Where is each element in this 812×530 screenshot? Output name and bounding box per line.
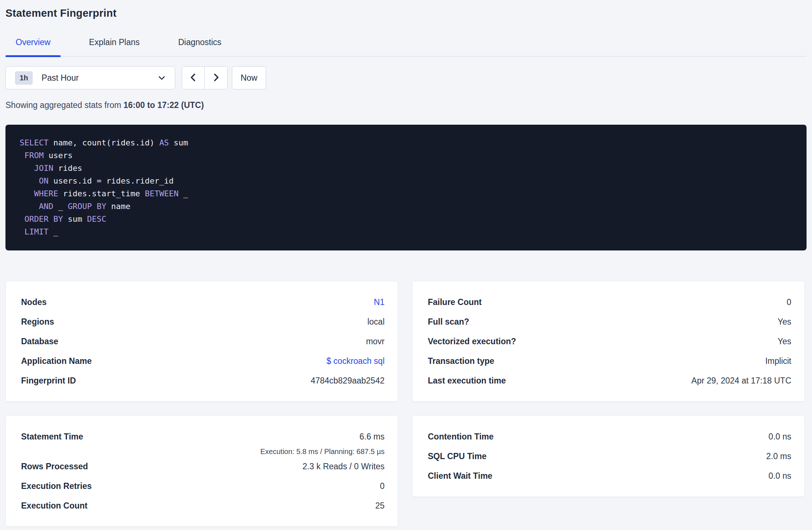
- stat-row: Execution Count25: [21, 496, 385, 515]
- stat-value: 0.0 ns: [768, 466, 791, 486]
- sql-text: [20, 151, 24, 160]
- sql-text: [20, 164, 34, 173]
- stat-value-column: 2.3 k Reads / 0 Writes: [302, 457, 385, 476]
- sql-text: rides: [53, 164, 82, 173]
- sql-text: [20, 176, 39, 185]
- stat-label: Fingerprint ID: [21, 371, 76, 390]
- aggregated-stats-caption: Showing aggregated stats from 16:00 to 1…: [5, 100, 807, 110]
- stat-value-column: 0: [787, 292, 791, 312]
- tab-overview[interactable]: Overview: [5, 37, 61, 56]
- caption-time-range: 16:00 to 17:22 (UTC): [124, 100, 204, 110]
- stat-row: Vectorized execution?Yes: [428, 332, 791, 351]
- stat-value-column: 2.0 ms: [766, 446, 791, 466]
- time-pager: [182, 66, 228, 89]
- sql-text: users: [44, 151, 72, 160]
- stats-cards: NodesN1RegionslocalDatabasemovrApplicati…: [5, 281, 807, 527]
- time-range-label: Past Hour: [41, 73, 79, 83]
- execution-attributes-card: Failure Count0Full scan?YesVectorized ex…: [412, 281, 805, 402]
- stat-value: 2.3 k Reads / 0 Writes: [302, 457, 385, 476]
- sql-text: [20, 227, 24, 236]
- sql-line: SELECT name, count(rides.id) AS sum: [20, 136, 796, 149]
- stat-label: Regions: [21, 312, 54, 332]
- stat-value: Implicit: [765, 351, 791, 371]
- sql-keyword: AS: [159, 138, 169, 147]
- chevron-down-icon: [157, 73, 166, 82]
- stat-value-link[interactable]: $ cockroach sql: [326, 351, 385, 371]
- page-title: Statement Fingerprint: [5, 7, 807, 19]
- tab-bar: Overview Explain Plans Diagnostics: [5, 37, 807, 57]
- sql-line: WHERE rides.start_time BETWEEN _: [20, 187, 796, 200]
- stat-value-column: $ cockroach sql: [326, 351, 385, 371]
- stat-subvalue: Execution: 5.8 ms / Planning: 687.5 µs: [260, 446, 385, 457]
- sql-keyword: DESC: [87, 214, 106, 224]
- stat-label: SQL CPU Time: [428, 446, 486, 466]
- stat-row: Failure Count0: [428, 292, 791, 312]
- stat-label: Nodes: [21, 292, 47, 312]
- sql-text: rides.start_time: [58, 189, 145, 198]
- stat-value-column: 0.0 ns: [768, 427, 791, 446]
- stat-value-column: Apr 29, 2024 at 17:18 UTC: [691, 371, 791, 390]
- stat-label: Rows Processed: [21, 457, 88, 476]
- stat-row: Transaction typeImplicit: [428, 351, 791, 371]
- statement-timing-card: Statement Time6.6 msExecution: 5.8 ms / …: [5, 415, 398, 527]
- stat-row: Rows Processed2.3 k Reads / 0 Writes: [21, 457, 385, 476]
- stat-row: SQL CPU Time2.0 ms: [428, 446, 791, 466]
- chevron-right-icon: [211, 73, 221, 83]
- stat-row: Databasemovr: [21, 332, 385, 351]
- tab-diagnostics[interactable]: Diagnostics: [168, 37, 232, 56]
- sql-line: LIMIT _: [20, 225, 796, 238]
- stat-value: 4784cb829aab2542: [311, 371, 385, 390]
- stat-value-column: 6.6 msExecution: 5.8 ms / Planning: 687.…: [260, 427, 385, 457]
- stat-value: Apr 29, 2024 at 17:18 UTC: [691, 371, 791, 390]
- sql-text: [20, 189, 34, 198]
- statement-details-card: NodesN1RegionslocalDatabasemovrApplicati…: [5, 281, 398, 402]
- sql-keyword: GROUP BY: [68, 202, 106, 211]
- stat-label: Application Name: [21, 351, 92, 371]
- sql-keyword: LIMIT: [24, 227, 48, 236]
- sql-line: FROM users: [20, 149, 796, 162]
- sql-text: _: [53, 202, 68, 211]
- sql-statement-box: SELECT name, count(rides.id) AS sum FROM…: [5, 125, 807, 250]
- stat-value: Yes: [777, 312, 791, 332]
- now-button[interactable]: Now: [232, 66, 266, 89]
- stat-row: Last execution timeApr 29, 2024 at 17:18…: [428, 371, 791, 390]
- prev-time-button[interactable]: [182, 67, 205, 89]
- stat-value-column: 25: [375, 496, 385, 515]
- stat-value-column: local: [367, 312, 385, 332]
- stat-value: movr: [366, 332, 385, 351]
- sql-text: [20, 214, 24, 224]
- stat-label: Transaction type: [428, 351, 494, 371]
- stat-label: Full scan?: [428, 312, 469, 332]
- sql-line: AND _ GROUP BY name: [20, 200, 796, 213]
- time-range-dropdown[interactable]: 1h Past Hour: [5, 66, 175, 89]
- stat-row: Full scan?Yes: [428, 312, 791, 332]
- stat-label: Database: [21, 332, 58, 351]
- next-time-button[interactable]: [205, 67, 227, 89]
- sql-keyword: BETWEEN: [145, 189, 178, 198]
- stat-value-link[interactable]: N1: [374, 292, 385, 312]
- stat-row: Application Name$ cockroach sql: [21, 351, 385, 371]
- sql-keyword: FROM: [24, 151, 44, 160]
- stat-value: 25: [375, 496, 385, 515]
- stat-value: 6.6 ms: [359, 427, 385, 446]
- caption-prefix: Showing aggregated stats from: [5, 100, 124, 110]
- tab-explain-plans[interactable]: Explain Plans: [79, 37, 150, 56]
- stat-row: NodesN1: [21, 292, 385, 312]
- sql-keyword: WHERE: [34, 189, 58, 198]
- stat-row: Client Wait Time0.0 ns: [428, 466, 791, 486]
- stat-row: Regionslocal: [21, 312, 385, 332]
- stat-value-column: N1: [374, 292, 385, 312]
- stat-value-column: Implicit: [765, 351, 791, 371]
- sql-keyword: SELECT: [20, 138, 48, 147]
- sql-text: _: [178, 189, 188, 198]
- stat-row: Execution Retries0: [21, 476, 385, 496]
- stat-label: Contention Time: [428, 427, 494, 446]
- stat-label: Failure Count: [428, 292, 482, 312]
- time-controls: 1h Past Hour: [5, 66, 807, 89]
- sql-text: _: [48, 227, 58, 236]
- sql-keyword: AND: [39, 202, 53, 211]
- stat-value-column: Yes: [777, 332, 791, 351]
- sql-text: sum: [63, 214, 87, 224]
- stat-value-column: movr: [366, 332, 385, 351]
- sql-text: sum: [169, 138, 188, 147]
